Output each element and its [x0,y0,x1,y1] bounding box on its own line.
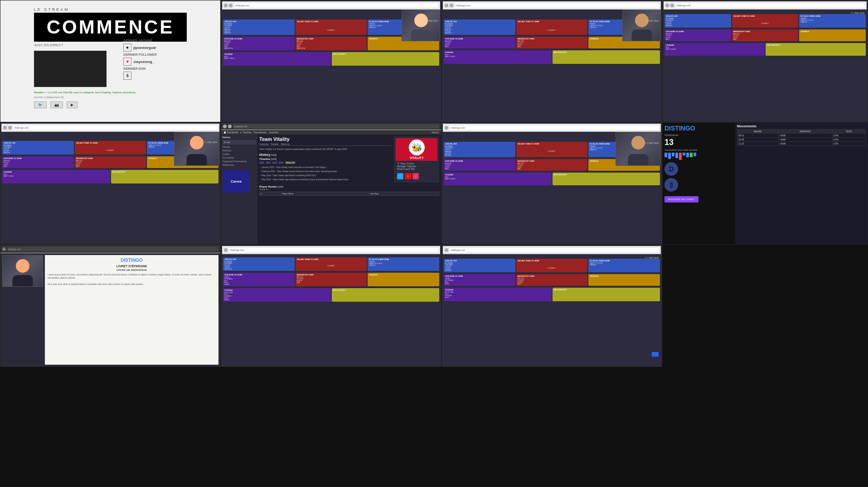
wiki-doc-label[interactable]: Documents [223,156,256,159]
wiki-ref-label[interactable]: References [223,164,256,166]
distingo-symbol-2: ₿ [670,181,673,188]
subscriber-item: ★ jlpointvirgule [123,43,182,52]
bottom-teams-4: DVM 2EME OU 3EME ABLOGETYCPSQOFEBALL MAN… [664,29,867,42]
year-all[interactable]: Show All [285,161,296,164]
distingo-doc-logo-text: DISTINGO [48,258,216,263]
url-bar-11[interactable]: challonge.com [229,248,438,252]
url-bar-5[interactable]: challonge.com [13,125,218,130]
wiki-tab-overview[interactable]: Overview [259,143,269,145]
webcam-person-5 [175,132,219,165]
url-bar-3[interactable]: challonge.com [455,3,659,8]
wiki-org-label[interactable]: Organized Tournaments [223,160,256,163]
col-montant: MONTANT [778,130,832,134]
wiki-nav: 📋 Squidpedia ▸ Trending Tournaments Coun… [221,130,441,135]
active-label: Active 6+ [259,188,439,191]
team-dvm-3: DVM 2EME OU 3EME ABLOGETYCPSQOFEBALL [444,37,515,48]
lower-teams-2: CICADAS BUILMACTYCANO SIKO ESPORT? [222,51,440,67]
top-teams-11: JOBLIFE 1ER AKUMAANUNFRAGECYNOPJESSETLAR… [222,256,440,272]
wiki-nav-1[interactable]: 📋 Squidpedia [223,131,238,134]
browser-dot-15 [2,247,6,251]
offre-subtitle: OFFRE DE BIENVENUE [48,269,216,271]
youtube-btn[interactable]: ▶ [67,101,78,108]
edit-link[interactable]: [edit] [271,154,276,156]
roster-edit[interactable]: [edit] [277,185,283,188]
browser-dot-9 [223,125,227,128]
wiki-tab-matchup[interactable]: Matchup [281,143,290,145]
wiki-tab-results[interactable]: Results [271,143,279,145]
bar-8 [690,153,693,157]
vitality-twitter[interactable]: T [397,173,403,179]
team-dvm-5: DVM 2EME OU 3EME ABLOGETYCPSQOFEBALL [2,156,74,168]
timeline-edit[interactable]: [edit] [271,158,276,160]
team-siko-3: SIKO ESPORT? [553,50,660,64]
pas-sur-7: 7 > PAS SUR [645,142,659,145]
instagram-btn[interactable]: 📷 [50,101,63,108]
year-2022[interactable]: 2022 [266,161,271,164]
bracket-panel-4: challonge.com 7 > PAS SUR JOBLIFE 1ER AK… [662,0,868,122]
url-bar-4[interactable]: challonge.com [675,3,865,8]
bar-2 [668,153,671,159]
bracket-content-2: 7 > PAS SUR JOBLIFE 1ER AKUMAANUNFRAGECY… [222,10,440,121]
wiki-nav-2[interactable]: ▸ Trending [240,131,251,134]
wiki-matchup-label[interactable]: Matchup [223,149,256,152]
browser-dot-17 [445,248,448,252]
timeline-entry-1: • January 2021 - Team Vitality roster fr… [261,166,390,169]
browser-bar-7: challonge.com [443,124,661,132]
team-valiant-7: VALIANT 3EME OU 3EME ELEMENT [516,142,588,157]
dollar-icon: $ [123,72,131,80]
team-joblife-2: JOBLIFE 1ER AKUMAANUNFRAGECYNOPMACHINJES… [223,19,295,35]
year-2021[interactable]: 2021 [259,161,264,164]
year-2023[interactable]: 2023 [272,161,277,164]
browser-window-4: challonge.com 7 > PAS SUR JOBLIFE 1ER AK… [664,1,867,121]
browser-bar-12: challonge.com [443,246,661,254]
bracket-content-12: 7 > PAS SUR JOBLIFE 1ER AKUMAANUNFRAGECY… [443,254,661,366]
year-2024[interactable]: 2024 [278,161,283,164]
roster-table: # Player Name Join Date [259,192,439,196]
document-area: DISTINGO LIVRET D'ÉPARGNE OFFRE DE BIENV… [45,255,218,365]
bracket-panel-3: challonge.com 7 > PAS SUR JOBLIFE 1ER AK… [441,0,662,122]
distingo-number: 13 [664,138,733,147]
webcam-body-5 [187,154,207,165]
vitality-youtube[interactable]: Y [405,173,411,179]
url-bar-7[interactable]: challonge.com [450,125,659,130]
team-cicadas-12: CICADAS MYTELLANBUILSTORENBPM [444,288,552,301]
wiki-nav-3[interactable]: Tournaments [253,131,267,134]
url-bar-10[interactable]: distingo.com [7,247,218,251]
bracket-content-4: 7 > PAS SUR JOBLIFE 1ER AKUMAANUNFRAGECY… [664,10,867,121]
wiki-gallery-label[interactable]: Gallery [223,153,256,155]
pas-sur-label-2: 7 > PAS SUR [424,19,438,22]
vitality-logo-text: VITALITY [397,156,436,159]
wiki-sidebar: History Similar Results Matchup Gallery … [221,135,257,244]
col-taux: TAUX [832,130,865,134]
browser-window-7: challonge.com 7 > PAS SUR JOBLIFE 1ER AK… [443,124,661,243]
browser-dot-1 [224,4,228,7]
team-zerance-11: ZERANCE [368,273,439,286]
bottom-teams-12: DVM 2EME OU 3EME TAKASSIYONAKABUILBPM MA… [443,273,661,287]
wiki-nav-4[interactable]: Countries [269,131,278,134]
url-bar-6[interactable]: liquipedia.net [233,124,439,129]
wiki-search[interactable]: Search [432,131,439,134]
distingo-panel-left: DISTINGO Statistiques 13 Transactions po… [662,122,868,245]
webcam-body-7 [628,154,649,165]
team-valiant-2: VALIANT 3EME OU 3EME ELEMENT [296,19,367,35]
bouger-btn[interactable]: BOUGER UN LIVRET [664,196,698,203]
team-dvm-11: DVM 2EME OU 3EME TAKASSIYONAKABUILBPMMIN… [223,273,295,286]
twitter-btn[interactable]: 🐦 [34,101,47,108]
url-text-4: challonge.com [676,4,691,7]
url-bar-2[interactable]: challonge.com [234,3,438,8]
distingo-row-2: 10:45 +180€ 3.5% [737,138,866,142]
url-text-3: challonge.com [456,4,470,7]
url-bar-12[interactable]: challonge.com [450,248,659,252]
pas-sur-label-4: 7 > PAS SUR [851,12,864,14]
team-mandatory-7: MANDATORY 5EME ABLOGETYCPSQOFEBALL [516,159,588,171]
team-joblife-5: JOBLIFE 1ER AKUMAANUNFRAGECYNOPJESSETPAR… [2,141,74,154]
wiki-results-label[interactable]: Results [223,145,256,148]
wiki-similar-label[interactable]: Similar [223,140,256,145]
cell-1-3: 3.5% [832,134,865,138]
bar-3 [672,153,674,156]
social-label: NOTRE COMMUNAUTÉ [34,96,187,99]
heart-icon: ♥ [123,58,131,66]
vitality-wiki-panel: liquipedia.net 📋 Squidpedia ▸ Trending T… [221,122,441,245]
cell-2-1: 10:45 [737,138,779,142]
vitality-instagram[interactable]: I [412,173,419,179]
